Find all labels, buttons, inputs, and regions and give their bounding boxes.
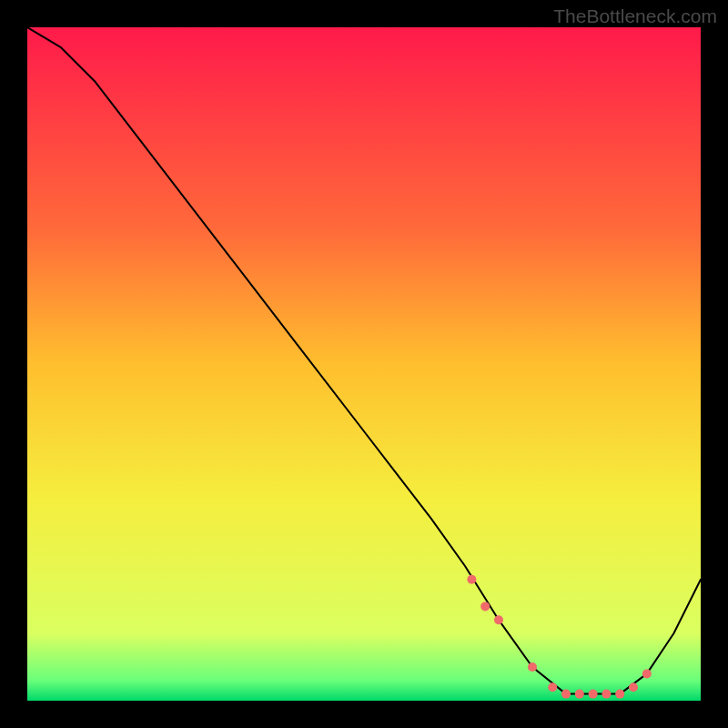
highlight-point (561, 690, 571, 699)
highlight-point (629, 682, 638, 692)
highlight-point (494, 615, 503, 624)
watermark-text: TheBottleneck.com (553, 5, 717, 27)
highlight-point (467, 575, 476, 584)
highlight-point (548, 682, 557, 692)
highlight-point (602, 690, 611, 699)
highlight-point (575, 690, 584, 699)
plot-area (27, 27, 701, 701)
gradient-background (27, 27, 701, 701)
highlight-point (642, 669, 652, 678)
highlight-point (615, 690, 624, 699)
highlight-point (528, 662, 537, 672)
chart-svg (27, 27, 701, 701)
chart-root: TheBottleneck.com (0, 0, 728, 728)
highlight-point (480, 602, 490, 611)
highlight-point (589, 690, 598, 699)
